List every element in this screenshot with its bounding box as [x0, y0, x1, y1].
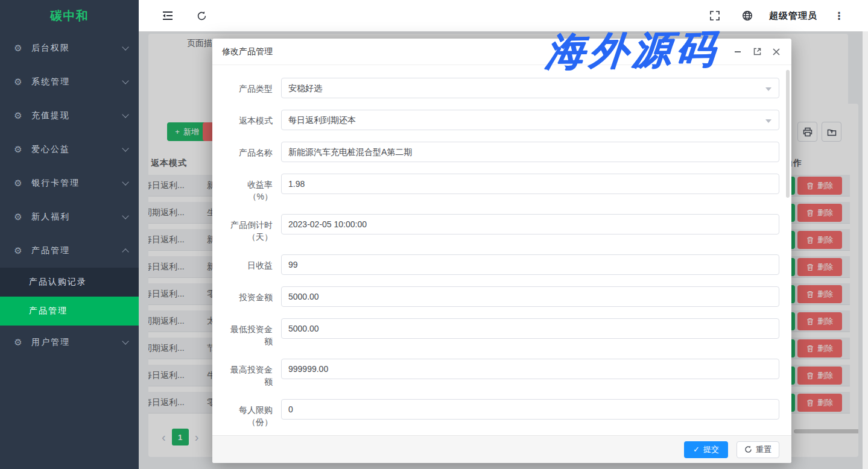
field-value: 999999.00 [288, 364, 328, 374]
sidebar-subitem-label: 产品管理 [29, 306, 68, 316]
reset-refresh-icon [744, 445, 752, 453]
submit-button[interactable]: ✓ 提交 [684, 441, 728, 458]
select-caret-icon [765, 87, 771, 91]
field-value: 99 [288, 260, 298, 269]
field-value: 0 [288, 404, 293, 414]
field-input[interactable]: 1.98 [281, 174, 779, 194]
field-label: 投资金额 [224, 286, 273, 303]
sidebar-subitem[interactable]: 产品认购记录 [0, 268, 139, 297]
sidebar-item-label: 后台权限 [31, 43, 123, 54]
gear-icon: ⚙ [13, 212, 23, 222]
form-row: 收益率（%） 1.98 [224, 174, 779, 203]
dialog-body: 产品类型 安稳好选 返本模式 每日返利到期还本 产品名称 [212, 65, 791, 435]
sidebar-item[interactable]: ⚙ 用户管理 [0, 326, 139, 359]
close-icon[interactable] [771, 46, 782, 57]
field-input[interactable]: 999999.00 [281, 359, 779, 379]
field-input[interactable]: 每日返利到期还本 [281, 110, 779, 130]
page-scrollbar[interactable] [863, 0, 868, 469]
field-value: 5000.00 [288, 324, 319, 333]
sidebar-item-label: 产品管理 [31, 245, 123, 256]
chevron-down-icon [122, 212, 128, 219]
field-value: 每日返利到期还本 [288, 115, 356, 125]
form-row: 每人限购（份） 0 [224, 399, 779, 428]
field-value: 2023-02-05 10:00:00 [288, 219, 367, 229]
sidebar-item-label: 用户管理 [31, 337, 123, 348]
field-label: 返本模式 [224, 110, 273, 127]
form-row: 产品倒计时（天） 2023-02-05 10:00:00 [224, 214, 779, 243]
sidebar-item[interactable]: ⚙ 新人福利 [0, 200, 139, 234]
select-caret-icon [765, 119, 771, 123]
refresh-icon[interactable] [191, 5, 212, 27]
form-row: 最高投资金额 999999.00 [224, 359, 779, 388]
current-user-label[interactable]: 超级管理员 [769, 10, 817, 22]
dialog-header: 修改产品管理 [212, 39, 791, 65]
check-icon: ✓ [693, 445, 700, 454]
field-input[interactable]: 2023-02-05 10:00:00 [281, 214, 779, 234]
sidebar-item[interactable]: ⚙ 充值提现 [0, 99, 139, 133]
form-row: 产品类型 安稳好选 [224, 78, 779, 98]
field-label: 最高投资金额 [224, 359, 273, 388]
collapse-sidebar-icon[interactable] [157, 5, 179, 27]
field-input[interactable]: 新能源汽车充电桩混合型A第二期 [281, 142, 779, 162]
fullscreen-icon[interactable] [704, 5, 726, 27]
edit-product-dialog: 修改产品管理 产品类型 安稳好选 [212, 39, 791, 463]
field-input[interactable]: 安稳好选 [281, 78, 779, 98]
field-label: 每人限购（份） [224, 399, 273, 428]
field-label: 产品倒计时（天） [224, 214, 273, 243]
sidebar-subitem[interactable]: 产品管理 [0, 297, 139, 326]
dialog-scrollbar[interactable] [786, 70, 790, 198]
field-value: 1.98 [288, 179, 305, 189]
gear-icon: ⚙ [13, 145, 23, 154]
chevron-down-icon [122, 43, 128, 50]
chevron-down-icon [122, 178, 128, 185]
chevron-down-icon [122, 338, 128, 344]
sidebar-item-label: 系统管理 [31, 77, 123, 87]
sidebar-item-product-management[interactable]: ⚙ 产品管理 [0, 234, 139, 268]
field-value: 5000.00 [288, 292, 319, 301]
maximize-icon[interactable] [752, 46, 762, 57]
field-label: 产品类型 [224, 78, 273, 95]
sidebar-item-label: 银行卡管理 [31, 178, 123, 189]
sidebar-item-label: 新人福利 [31, 212, 123, 222]
gear-icon: ⚙ [13, 111, 23, 121]
gear-icon: ⚙ [13, 338, 23, 347]
reset-button-label: 重置 [756, 444, 771, 455]
sidebar-item[interactable]: ⚙ 爱心公益 [0, 133, 139, 166]
field-input[interactable]: 0 [281, 399, 779, 420]
field-input[interactable]: 5000.00 [281, 318, 779, 339]
sidebar-item[interactable]: ⚙ 系统管理 [0, 65, 139, 99]
field-label: 收益率（%） [224, 174, 273, 203]
sidebar-item[interactable]: ⚙ 后台权限 [0, 31, 139, 65]
chevron-down-icon [122, 111, 128, 118]
form-row: 产品名称 新能源汽车充电桩混合型A第二期 [224, 142, 779, 162]
language-globe-icon[interactable] [737, 5, 758, 27]
sidebar-subitem-label: 产品认购记录 [29, 277, 87, 288]
form-row: 最低投资金额 5000.00 [224, 318, 779, 347]
dialog-footer: ✓ 提交 重置 [212, 435, 791, 463]
dialog-title: 修改产品管理 [222, 46, 273, 57]
gear-icon: ⚙ [13, 178, 23, 188]
gear-icon: ⚙ [13, 77, 23, 87]
form-row: 返本模式 每日返利到期还本 [224, 110, 779, 130]
app-logo: 碳中和 [0, 0, 139, 31]
field-value: 新能源汽车充电桩混合型A第二期 [288, 147, 412, 157]
gear-icon: ⚙ [13, 246, 23, 256]
gear-icon: ⚙ [13, 43, 23, 53]
chevron-down-icon [122, 77, 128, 84]
submit-button-label: 提交 [703, 444, 719, 455]
sidebar-item-label: 充值提现 [31, 110, 123, 121]
field-label: 产品名称 [224, 142, 273, 159]
form-row: 日收益 99 [224, 254, 779, 275]
field-input[interactable]: 5000.00 [281, 286, 779, 307]
field-value: 安稳好选 [288, 83, 322, 93]
sidebar-item-label: 爱心公益 [31, 144, 123, 155]
more-menu-icon[interactable]: ⋮ [828, 5, 850, 27]
minimize-icon[interactable] [732, 46, 743, 57]
field-input[interactable]: 99 [281, 254, 779, 275]
form-row: 投资金额 5000.00 [224, 286, 779, 307]
chevron-down-icon [122, 145, 128, 151]
field-label: 日收益 [224, 254, 273, 271]
sidebar: 碳中和 ⚙ 后台权限 ⚙ 系统管理 ⚙ 充值提现 ⚙ 爱心公益 [0, 0, 139, 469]
reset-button[interactable]: 重置 [737, 441, 779, 458]
sidebar-item[interactable]: ⚙ 银行卡管理 [0, 166, 139, 200]
